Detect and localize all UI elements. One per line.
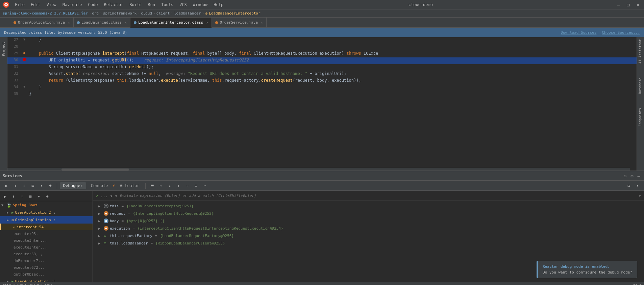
call-stack-item-4[interactable]: execute:53, ,	[0, 251, 93, 257]
tab-label: OrderApplication.java	[18, 20, 65, 25]
tree-resume-btn[interactable]: ▶	[1, 193, 9, 200]
tab-order-service[interactable]: OrderService.java ✕	[212, 18, 267, 28]
menu-vcs[interactable]: VCS	[177, 2, 190, 8]
tree-collapse-btn[interactable]: ⬇	[18, 193, 26, 200]
call-stack-item-3[interactable]: executeInter...	[0, 244, 93, 251]
breadcrumb-loadbalancer[interactable]: loadbalancer	[174, 11, 201, 16]
menu-help[interactable]: Help	[211, 2, 226, 8]
tab-close-icon[interactable]: ✕	[206, 21, 208, 24]
tree-order-app[interactable]: ▶ ⚙ OrderApplication :	[0, 216, 93, 224]
close-button[interactable]: ✕	[635, 2, 641, 7]
maximize-button[interactable]: ❐	[625, 2, 631, 7]
call-stack-item-7[interactable]: getForObjec...	[0, 271, 93, 278]
menu-code[interactable]: Code	[85, 2, 101, 8]
breadcrumb-class[interactable]: LoadBalancerInterceptor	[209, 11, 260, 16]
dropdown-icon[interactable]: ▾	[634, 182, 641, 189]
var-value: {InterceptingClientHttpRequest$Intercept…	[138, 226, 283, 231]
menu-tools[interactable]: Tools	[158, 2, 176, 8]
var-expand-icon[interactable]: ▶	[98, 241, 102, 245]
breadcrumb-org[interactable]: org	[92, 11, 99, 16]
call-stack-item-1[interactable]: execute:93,	[0, 230, 93, 237]
tab-actuator[interactable]: Actuator	[117, 182, 143, 189]
choose-sources-link[interactable]: Choose Sources...	[602, 30, 640, 35]
menu-view[interactable]: View	[44, 2, 59, 8]
eval-dropdown-icon[interactable]: ▾	[639, 193, 641, 199]
var-expand-icon[interactable]: ▶	[98, 204, 102, 208]
line-number: 33	[7, 78, 21, 82]
actuator-icon: ⚡	[113, 183, 115, 188]
window-title: cloud-demo	[226, 2, 615, 7]
database-label[interactable]: Database	[637, 76, 644, 96]
filter-button[interactable]: ▾	[38, 182, 45, 189]
menu-navigate[interactable]: Navigate	[60, 2, 85, 8]
menu-window[interactable]: Window	[190, 2, 210, 8]
line-number: 31	[7, 64, 21, 69]
endpoints-label[interactable]: Endpoints	[637, 106, 644, 128]
call-stack-item-5[interactable]: doExecute:7...	[0, 257, 93, 264]
tab-loadbalancer-interceptor[interactable]: LoadBalancerInterceptor.class ✕	[130, 18, 212, 28]
step-out-icon[interactable]: ↑	[175, 182, 182, 189]
gear-icon[interactable]: ⚙	[629, 173, 634, 179]
collapse-all-button[interactable]: ⬇	[20, 182, 28, 189]
var-eq: =	[151, 241, 153, 245]
split-icon[interactable]: ⊟	[625, 182, 633, 189]
tab-dot-java	[14, 21, 16, 24]
tab-console[interactable]: Console	[88, 182, 112, 189]
var-expand-icon[interactable]: ▶	[98, 212, 102, 215]
line-gutter: ▼	[21, 37, 28, 41]
var-value: {LoadBalancerInterceptor@9251}	[126, 204, 194, 208]
more-icon[interactable]: ⋯	[201, 182, 208, 189]
menu-refactor[interactable]: Refactor	[101, 2, 126, 8]
menu-file[interactable]: File	[12, 2, 27, 8]
minimize-panel-icon[interactable]: —	[637, 173, 641, 179]
tab-close-icon[interactable]: ✕	[261, 21, 263, 24]
resume-button[interactable]: ▶	[3, 182, 10, 189]
call-stack-item-6[interactable]: execute:672...	[0, 264, 93, 271]
tree-spring-boot[interactable]: ▼ 🍃 Spring Boot	[0, 201, 93, 209]
tab-order-application[interactable]: OrderApplication.java ✕	[10, 18, 74, 28]
align-top-button[interactable]: ⬆	[11, 182, 19, 189]
minimize-button[interactable]: —	[615, 2, 622, 7]
var-expand-icon[interactable]: ▶	[98, 227, 102, 230]
menu-edit[interactable]: Edit	[28, 2, 43, 8]
download-sources-link[interactable]: Download Sources	[561, 30, 596, 35]
line-content: }	[28, 85, 637, 89]
run-to-cursor-icon[interactable]: →	[183, 182, 191, 189]
ai-assistant-label[interactable]: AI Assistant	[637, 37, 644, 66]
horizontal-scrollbar[interactable]	[7, 168, 630, 171]
call-stack: ↩ intercept:54 execute:93, executeInter.…	[0, 224, 93, 278]
tab-loadbalanced[interactable]: LoadBalanced.class ✕	[74, 18, 130, 28]
evaluate-icon[interactable]: ⊞	[192, 182, 200, 189]
call-stack-item-2[interactable]: executeInter...	[0, 237, 93, 244]
tree-filter-btn[interactable]: ▾	[35, 193, 43, 200]
tree-add-btn[interactable]: +	[44, 193, 51, 200]
line-content: URI originalUri = request.getURI(); requ…	[28, 58, 637, 62]
services-title: Services	[3, 174, 22, 178]
breadcrumb-jar[interactable]: spring-cloud-commons-2.2.7.RELEASE.jar	[3, 11, 88, 16]
call-stack-item-current[interactable]: ↩ intercept:54	[0, 224, 93, 230]
var-expand-icon[interactable]: ▶	[98, 234, 102, 238]
project-label[interactable]: Project	[2, 42, 5, 56]
tab-close-icon[interactable]: ✕	[125, 21, 127, 24]
step-into-icon[interactable]: ↓	[166, 182, 173, 189]
breakpoint-icon[interactable]	[23, 58, 26, 61]
menu-build[interactable]: Build	[127, 2, 144, 8]
step-over-icon[interactable]: ↷	[157, 182, 165, 189]
var-expand-icon[interactable]: ▶	[98, 219, 102, 223]
tree-view-button[interactable]: ⊞	[29, 182, 36, 189]
eval-input[interactable]	[120, 193, 639, 198]
tree-expand-btn[interactable]: ⬆	[10, 193, 17, 200]
add-button[interactable]: +	[47, 182, 54, 189]
var-value: {LoadBalancerRequestFactory@9256}	[160, 234, 234, 238]
settings-globe-icon[interactable]: ⊕	[623, 173, 627, 179]
tree-user-app[interactable]: ▶ ▶ UserApplication :8	[0, 278, 93, 282]
menu-run[interactable]: Run	[145, 2, 158, 8]
breadcrumb-cloud[interactable]: cloud	[141, 11, 152, 16]
tree-user-app2[interactable]: ▶ ▶ UserApplication2 :	[0, 209, 93, 216]
frames-icon[interactable]: ☰	[148, 182, 156, 189]
tab-debugger[interactable]: Debugger	[60, 182, 86, 189]
tree-group-btn[interactable]: ⊞	[27, 193, 34, 200]
breadcrumb-springframework[interactable]: springframework	[103, 11, 137, 16]
tab-close-icon[interactable]: ✕	[68, 21, 70, 24]
breadcrumb-client[interactable]: client	[156, 11, 170, 16]
